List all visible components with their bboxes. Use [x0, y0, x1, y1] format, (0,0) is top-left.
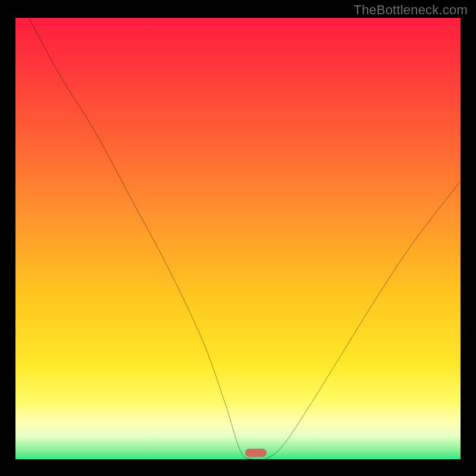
bottleneck-curve — [15, 18, 461, 459]
chart-frame: TheBottleneck.com — [0, 0, 476, 476]
minimum-marker — [245, 449, 267, 457]
watermark-text: TheBottleneck.com — [353, 2, 468, 18]
plot-area — [15, 18, 461, 459]
